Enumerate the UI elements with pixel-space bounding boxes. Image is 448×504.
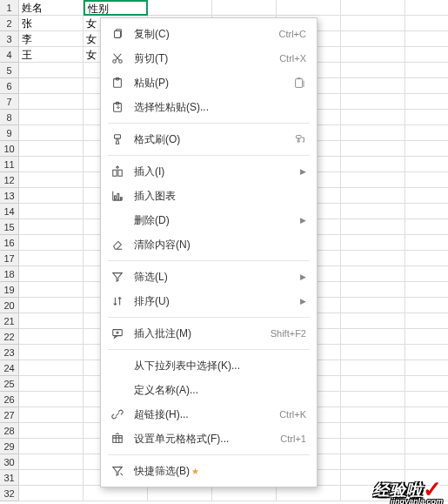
menu-delete[interactable]: 删除(D) ▶ xyxy=(101,208,317,232)
cell[interactable] xyxy=(148,0,212,16)
cell[interactable] xyxy=(405,298,448,313)
cell[interactable] xyxy=(405,266,448,282)
cell[interactable] xyxy=(405,376,448,392)
row-header[interactable]: 29 xyxy=(0,439,19,454)
cell[interactable] xyxy=(341,110,405,125)
cell[interactable] xyxy=(405,392,448,407)
cell[interactable] xyxy=(19,141,84,157)
cell[interactable] xyxy=(405,188,448,204)
cell[interactable] xyxy=(19,78,84,94)
cell[interactable] xyxy=(341,157,405,172)
cell[interactable] xyxy=(277,486,341,501)
cell[interactable] xyxy=(19,454,84,470)
cell[interactable] xyxy=(341,94,405,110)
cell[interactable] xyxy=(277,0,341,16)
row-header[interactable]: 21 xyxy=(0,313,19,329)
cell[interactable] xyxy=(405,219,448,235)
cell[interactable] xyxy=(19,313,84,329)
cell[interactable] xyxy=(341,313,405,329)
cell[interactable] xyxy=(341,407,405,423)
cell[interactable] xyxy=(341,63,405,78)
menu-paste[interactable]: 粘贴(P) xyxy=(101,71,317,95)
menu-hyperlink[interactable]: 超链接(H)... Ctrl+K xyxy=(101,402,317,427)
cell[interactable] xyxy=(19,110,84,125)
cell[interactable] xyxy=(405,110,448,125)
cell[interactable] xyxy=(341,204,405,219)
cell[interactable] xyxy=(405,63,448,78)
row-header[interactable]: 30 xyxy=(0,454,19,470)
row-header[interactable]: 11 xyxy=(0,157,19,172)
row-header[interactable]: 4 xyxy=(0,47,19,63)
cell[interactable] xyxy=(212,0,277,16)
cell[interactable] xyxy=(405,235,448,251)
cell[interactable] xyxy=(405,454,448,470)
cell[interactable] xyxy=(341,454,405,470)
menu-format-painter[interactable]: 格式刷(O) xyxy=(101,127,317,151)
row-header[interactable]: 23 xyxy=(0,345,19,360)
menu-quick-filter[interactable]: 快捷筛选(B)★ xyxy=(101,459,317,483)
cell[interactable] xyxy=(19,282,84,298)
row-header[interactable]: 3 xyxy=(0,31,19,47)
cell-a1[interactable]: 姓名 xyxy=(19,0,84,16)
row-header[interactable]: 10 xyxy=(0,141,19,157)
menu-define-name[interactable]: 定义名称(A)... xyxy=(101,378,317,402)
cell[interactable] xyxy=(341,0,405,16)
cell[interactable] xyxy=(405,125,448,141)
cell[interactable] xyxy=(19,298,84,313)
cell[interactable] xyxy=(405,31,448,47)
cell[interactable] xyxy=(341,439,405,454)
row-header[interactable]: 8 xyxy=(0,110,19,125)
row-header[interactable]: 18 xyxy=(0,266,19,282)
menu-insert-comment[interactable]: 插入批注(M) Shift+F2 xyxy=(101,321,317,346)
cell[interactable] xyxy=(19,188,84,204)
row-header[interactable]: 14 xyxy=(0,204,19,219)
row-header[interactable]: 5 xyxy=(0,63,19,78)
cell-b1-selected[interactable]: 性别 xyxy=(84,0,148,16)
cell[interactable] xyxy=(19,235,84,251)
cell[interactable] xyxy=(341,345,405,360)
cell[interactable] xyxy=(19,172,84,188)
menu-cut[interactable]: 剪切(T) Ctrl+X xyxy=(101,46,317,71)
cell[interactable] xyxy=(19,345,84,360)
menu-filter[interactable]: 筛选(L) ▶ xyxy=(101,265,317,289)
cell[interactable] xyxy=(405,172,448,188)
cell[interactable] xyxy=(84,486,148,501)
menu-paste-special[interactable]: 选择性粘贴(S)... xyxy=(101,95,317,119)
row-header[interactable]: 24 xyxy=(0,360,19,376)
row-header[interactable]: 19 xyxy=(0,282,19,298)
cell[interactable] xyxy=(341,188,405,204)
cell[interactable] xyxy=(19,486,84,501)
menu-copy[interactable]: 复制(C) Ctrl+C xyxy=(101,22,317,46)
row-header[interactable]: 27 xyxy=(0,407,19,423)
menu-clear[interactable]: 清除内容(N) xyxy=(101,232,317,257)
row-header[interactable]: 16 xyxy=(0,235,19,251)
row-header[interactable]: 9 xyxy=(0,125,19,141)
cell[interactable] xyxy=(341,266,405,282)
menu-sort[interactable]: 排序(U) ▶ xyxy=(101,289,317,313)
row-header[interactable]: 7 xyxy=(0,94,19,110)
cell[interactable] xyxy=(341,172,405,188)
row-header[interactable]: 6 xyxy=(0,78,19,94)
cell[interactable] xyxy=(19,392,84,407)
menu-format-cells[interactable]: 设置单元格格式(F)... Ctrl+1 xyxy=(101,427,317,451)
cell[interactable] xyxy=(405,423,448,439)
row-header[interactable]: 1 xyxy=(0,0,19,16)
menu-insert[interactable]: 插入(I) ▶ xyxy=(101,159,317,184)
cell[interactable] xyxy=(405,329,448,345)
cell-a3[interactable]: 李 xyxy=(19,31,84,47)
cell[interactable] xyxy=(405,360,448,376)
cell[interactable] xyxy=(341,329,405,345)
row-header[interactable]: 28 xyxy=(0,423,19,439)
cell[interactable] xyxy=(341,360,405,376)
cell[interactable] xyxy=(19,470,84,486)
cell[interactable] xyxy=(341,376,405,392)
row-header[interactable]: 25 xyxy=(0,376,19,392)
cell[interactable] xyxy=(19,219,84,235)
cell[interactable] xyxy=(212,486,277,501)
cell[interactable] xyxy=(341,235,405,251)
row-header[interactable]: 12 xyxy=(0,172,19,188)
cell[interactable] xyxy=(341,423,405,439)
cell[interactable] xyxy=(19,423,84,439)
cell[interactable] xyxy=(341,31,405,47)
cell[interactable] xyxy=(405,78,448,94)
